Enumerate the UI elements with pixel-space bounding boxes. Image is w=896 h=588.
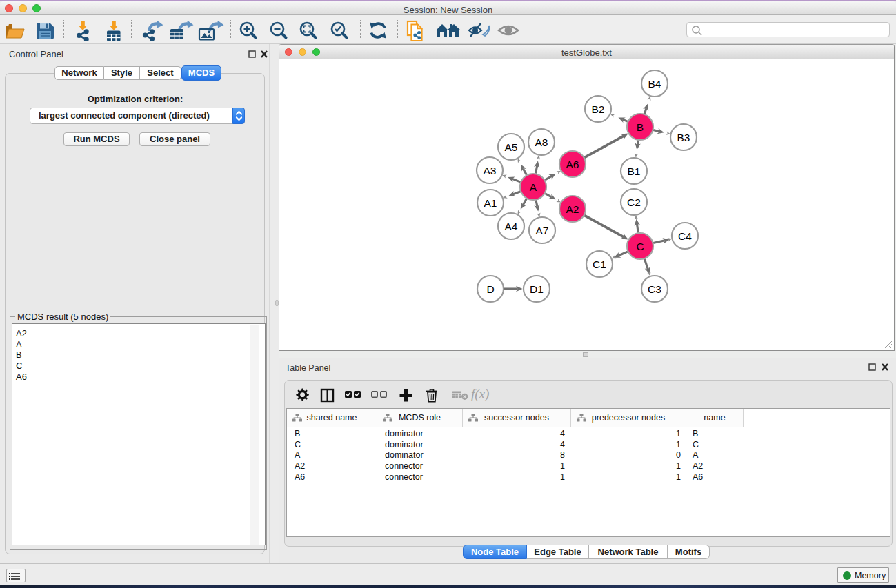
svg-text:C3: C3 [648,283,661,295]
svg-text:A1: A1 [484,197,497,209]
svg-text:A8: A8 [535,136,548,148]
svg-text:C: C [636,241,644,252]
svg-text:B2: B2 [592,103,605,115]
svg-text:A3: A3 [484,165,497,176]
svg-text:B3: B3 [677,132,690,143]
svg-text:C4: C4 [678,230,692,242]
svg-text:A7: A7 [536,225,549,236]
svg-text:B4: B4 [648,78,661,90]
svg-text:A5: A5 [505,141,518,153]
svg-text:C2: C2 [627,196,641,208]
svg-text:D1: D1 [530,283,544,295]
svg-text:A: A [530,181,537,193]
svg-text:C1: C1 [593,258,606,270]
svg-text:A6: A6 [566,159,579,170]
svg-text:D: D [486,283,494,295]
svg-text:B1: B1 [628,165,641,177]
svg-text:A4: A4 [505,221,518,232]
svg-text:B: B [637,121,644,133]
svg-text:A2: A2 [566,203,579,215]
